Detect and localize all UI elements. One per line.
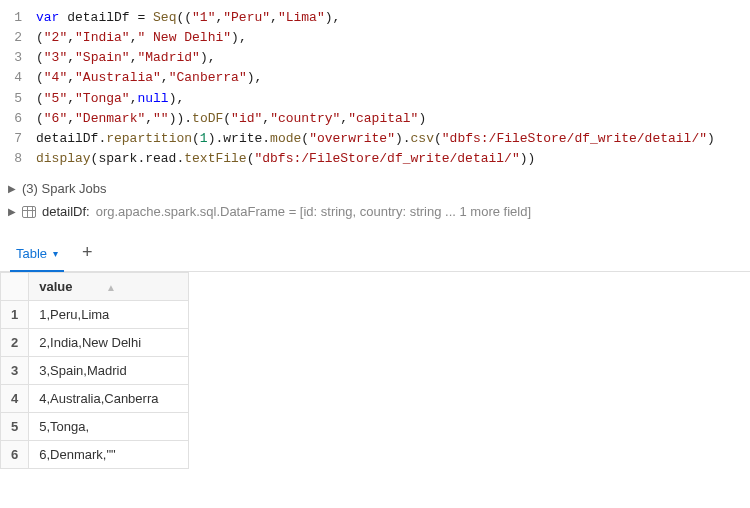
column-header-value[interactable]: value ▲ [29, 273, 189, 301]
cell-value: 2,India,New Delhi [29, 329, 189, 357]
cell-value: 6,Denmark,"" [29, 441, 189, 469]
dataframe-var: detailDf: [42, 204, 90, 219]
code-content[interactable]: display(spark.read.textFile("dbfs:/FileS… [36, 149, 535, 169]
code-line[interactable]: 5("5","Tonga",null), [0, 89, 750, 109]
line-number: 6 [0, 109, 36, 129]
line-number: 4 [0, 68, 36, 88]
line-number: 7 [0, 129, 36, 149]
line-number: 5 [0, 89, 36, 109]
code-content[interactable]: ("2","India"," New Delhi"), [36, 28, 247, 48]
cell-value: 1,Peru,Lima [29, 301, 189, 329]
code-content[interactable]: ("4","Australia","Canberra"), [36, 68, 262, 88]
code-line[interactable]: 3("3","Spain","Madrid"), [0, 48, 750, 68]
add-tab-button[interactable]: + [72, 237, 103, 271]
dataframe-icon [22, 206, 36, 218]
chevron-down-icon[interactable]: ▾ [53, 248, 58, 259]
line-number: 3 [0, 48, 36, 68]
code-line[interactable]: 2("2","India"," New Delhi"), [0, 28, 750, 48]
row-index: 5 [1, 413, 29, 441]
sort-icon[interactable]: ▲ [106, 282, 116, 293]
row-index-header[interactable] [1, 273, 29, 301]
cell-value: 5,Tonga, [29, 413, 189, 441]
code-editor[interactable]: 1var detailDf = Seq(("1","Peru","Lima"),… [0, 0, 750, 177]
expand-icon[interactable]: ▶ [8, 183, 16, 194]
tab-label: Table [16, 246, 47, 261]
table-row[interactable]: 66,Denmark,"" [1, 441, 189, 469]
result-tabs: Table ▾ + [0, 237, 750, 272]
table-row[interactable]: 55,Tonga, [1, 413, 189, 441]
row-index: 2 [1, 329, 29, 357]
code-line[interactable]: 6("6","Denmark","")).toDF("id","country"… [0, 109, 750, 129]
column-header-label: value [39, 279, 72, 294]
code-line[interactable]: 8display(spark.read.textFile("dbfs:/File… [0, 149, 750, 169]
code-content[interactable]: var detailDf = Seq(("1","Peru","Lima"), [36, 8, 340, 28]
code-content[interactable]: ("5","Tonga",null), [36, 89, 184, 109]
code-content[interactable]: ("6","Denmark","")).toDF("id","country",… [36, 109, 426, 129]
table-row[interactable]: 22,India,New Delhi [1, 329, 189, 357]
row-index: 1 [1, 301, 29, 329]
code-line[interactable]: 4("4","Australia","Canberra"), [0, 68, 750, 88]
expand-icon[interactable]: ▶ [8, 206, 16, 217]
code-line[interactable]: 1var detailDf = Seq(("1","Peru","Lima"), [0, 8, 750, 28]
spark-jobs-row[interactable]: ▶ (3) Spark Jobs [0, 177, 750, 200]
dataframe-info-row[interactable]: ▶ detailDf: org.apache.spark.sql.DataFra… [0, 200, 750, 223]
row-index: 4 [1, 385, 29, 413]
code-content[interactable]: detailDf.repartition(1).write.mode("over… [36, 129, 715, 149]
code-content[interactable]: ("3","Spain","Madrid"), [36, 48, 215, 68]
row-index: 3 [1, 357, 29, 385]
line-number: 1 [0, 8, 36, 28]
line-number: 2 [0, 28, 36, 48]
result-table: value ▲ 11,Peru,Lima22,India,New Delhi33… [0, 272, 189, 469]
table-row[interactable]: 11,Peru,Lima [1, 301, 189, 329]
cell-value: 4,Australia,Canberra [29, 385, 189, 413]
spark-jobs-label: (3) Spark Jobs [22, 181, 107, 196]
code-line[interactable]: 7detailDf.repartition(1).write.mode("ove… [0, 129, 750, 149]
table-row[interactable]: 44,Australia,Canberra [1, 385, 189, 413]
table-row[interactable]: 33,Spain,Madrid [1, 357, 189, 385]
cell-value: 3,Spain,Madrid [29, 357, 189, 385]
row-index: 6 [1, 441, 29, 469]
line-number: 8 [0, 149, 36, 169]
tab-table[interactable]: Table ▾ [10, 238, 64, 271]
dataframe-signature: org.apache.spark.sql.DataFrame = [id: st… [96, 204, 531, 219]
